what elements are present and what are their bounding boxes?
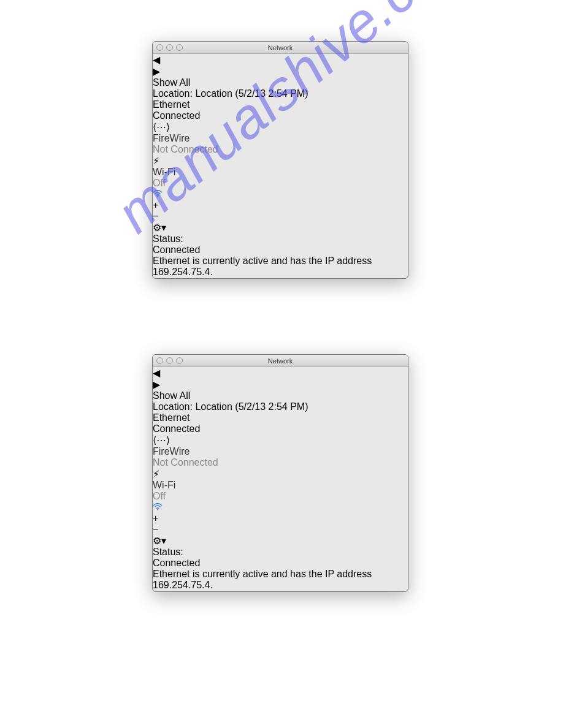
sidebar-action-bar: + − ⚙▾ xyxy=(153,513,408,547)
close-icon[interactable] xyxy=(156,357,163,364)
interface-status: Off xyxy=(153,178,408,189)
interface-status: Connected xyxy=(153,423,408,434)
forward-button[interactable]: ▶ xyxy=(153,379,408,390)
interface-name: FireWire xyxy=(153,133,408,144)
svg-point-0 xyxy=(157,196,158,197)
sidebar-action-bar: + − ⚙▾ xyxy=(153,200,408,233)
firewire-icon: ⚡︎ xyxy=(153,469,159,479)
traffic-lights xyxy=(156,357,183,364)
add-interface-button[interactable]: + xyxy=(153,200,408,211)
location-row: Location: Location (5/2/13 2:54 PM) xyxy=(153,401,408,412)
window-title: Network xyxy=(268,357,293,365)
interface-list: Ethernet Connected ⟨⋯⟩ FireWire Not Conn… xyxy=(153,412,408,513)
zoom-icon[interactable] xyxy=(176,44,183,51)
back-button[interactable]: ◀ xyxy=(153,54,408,66)
status-value: Connected xyxy=(153,245,408,256)
minimize-icon[interactable] xyxy=(166,44,173,51)
interface-name: FireWire xyxy=(153,446,408,457)
status-value: Connected xyxy=(153,558,408,569)
location-label: Location: xyxy=(153,88,193,99)
network-prefs-window-2: Network ◀ ▶ Show All Location: Location … xyxy=(152,354,408,592)
sidebar: Ethernet Connected ⟨⋯⟩ FireWire Not Conn… xyxy=(153,99,408,233)
sidebar-item-wifi[interactable]: Wi-Fi Off xyxy=(153,480,408,513)
show-all-button[interactable]: Show All xyxy=(153,77,408,88)
location-select[interactable]: Location (5/2/13 2:54 PM) xyxy=(195,88,308,99)
titlebar: Network xyxy=(153,42,408,54)
minimize-icon[interactable] xyxy=(166,357,173,364)
firewire-icon: ⚡︎ xyxy=(153,156,159,166)
forward-button[interactable]: ▶ xyxy=(153,66,408,77)
detail-pane: Status: Connected Ethernet is currently … xyxy=(153,233,408,279)
location-row: Location: Location (5/2/13 2:54 PM) xyxy=(153,88,408,99)
toolbar: ◀ ▶ Show All xyxy=(153,54,408,88)
add-interface-button[interactable]: + xyxy=(153,513,408,524)
sidebar: Ethernet Connected ⟨⋯⟩ FireWire Not Conn… xyxy=(153,412,408,547)
status-description: Ethernet is currently active and has the… xyxy=(153,569,408,591)
interface-name: Ethernet xyxy=(153,412,408,423)
traffic-lights xyxy=(156,44,183,51)
interface-list: Ethernet Connected ⟨⋯⟩ FireWire Not Conn… xyxy=(153,99,408,200)
toolbar: ◀ ▶ Show All xyxy=(153,367,408,401)
interface-name: Wi-Fi xyxy=(153,167,408,178)
wifi-icon xyxy=(153,502,163,512)
status-label: Status: xyxy=(153,233,408,245)
sidebar-item-firewire[interactable]: FireWire Not Connected ⚡︎ xyxy=(153,446,408,480)
remove-interface-button[interactable]: − xyxy=(153,524,408,535)
window-title: Network xyxy=(268,44,293,51)
back-button[interactable]: ◀ xyxy=(153,367,408,379)
ethernet-icon: ⟨⋯⟩ xyxy=(153,122,170,132)
gear-menu-button[interactable]: ⚙▾ xyxy=(153,535,408,547)
detail-pane: Status: Connected Ethernet is currently … xyxy=(153,547,408,592)
titlebar: Network xyxy=(153,355,408,367)
interface-name: Wi-Fi xyxy=(153,480,408,491)
status-description: Ethernet is currently active and has the… xyxy=(153,256,408,278)
sidebar-item-firewire[interactable]: FireWire Not Connected ⚡︎ xyxy=(153,133,408,167)
wifi-icon xyxy=(153,189,163,199)
location-select[interactable]: Location (5/2/13 2:54 PM) xyxy=(195,401,308,412)
sidebar-item-ethernet[interactable]: Ethernet Connected ⟨⋯⟩ xyxy=(153,99,408,133)
interface-status: Not Connected xyxy=(153,457,408,468)
gear-menu-button[interactable]: ⚙▾ xyxy=(153,222,408,233)
sidebar-item-wifi[interactable]: Wi-Fi Off xyxy=(153,167,408,200)
interface-name: Ethernet xyxy=(153,99,408,110)
remove-interface-button[interactable]: − xyxy=(153,211,408,222)
interface-status: Not Connected xyxy=(153,144,408,155)
network-prefs-window-1: Network ◀ ▶ Show All Location: Location … xyxy=(152,41,408,279)
status-label: Status: xyxy=(153,547,408,558)
interface-status: Off xyxy=(153,491,408,502)
interface-status: Connected xyxy=(153,110,408,121)
close-icon[interactable] xyxy=(156,44,163,51)
sidebar-item-ethernet[interactable]: Ethernet Connected ⟨⋯⟩ xyxy=(153,412,408,446)
ethernet-icon: ⟨⋯⟩ xyxy=(153,435,170,446)
show-all-button[interactable]: Show All xyxy=(153,390,408,401)
zoom-icon[interactable] xyxy=(176,357,183,364)
location-label: Location: xyxy=(153,401,193,412)
svg-point-1 xyxy=(157,509,158,510)
